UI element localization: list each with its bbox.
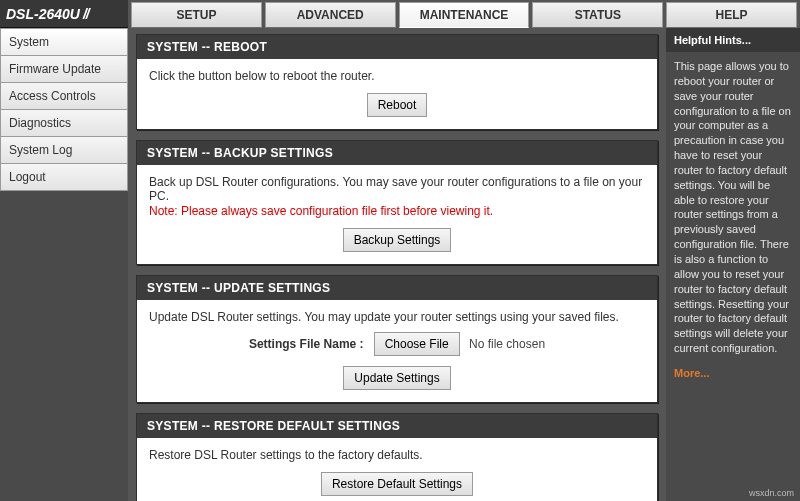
backup-text: Back up DSL Router configurations. You m… — [149, 175, 642, 203]
tab-help[interactable]: HELP — [666, 2, 797, 28]
restore-text: Restore DSL Router settings to the facto… — [149, 448, 645, 462]
card-reboot: SYSTEM -- REBOOT Click the button below … — [136, 34, 658, 130]
restore-default-button[interactable]: Restore Default Settings — [321, 472, 473, 496]
reboot-button[interactable]: Reboot — [367, 93, 428, 117]
sidebar-item-diagnostics[interactable]: Diagnostics — [0, 110, 128, 137]
main-tabs: SETUP ADVANCED MAINTENANCE STATUS HELP — [128, 0, 800, 28]
hints-panel: Helpful Hints... This page allows you to… — [666, 28, 800, 501]
tab-maintenance[interactable]: MAINTENANCE — [399, 2, 530, 28]
reboot-text: Click the button below to reboot the rou… — [149, 69, 645, 83]
card-backup: SYSTEM -- BACKUP SETTINGS Back up DSL Ro… — [136, 140, 658, 265]
sidebar-item-system[interactable]: System — [0, 28, 128, 56]
card-update-title: SYSTEM -- UPDATE SETTINGS — [137, 276, 657, 300]
sidebar-item-firmware-update[interactable]: Firmware Update — [0, 56, 128, 83]
file-chosen-text: No file chosen — [469, 337, 545, 351]
model-slashes: // — [83, 6, 89, 22]
sidebar-item-access-controls[interactable]: Access Controls — [0, 83, 128, 110]
file-label: Settings File Name : — [249, 337, 364, 351]
sidebar-item-logout[interactable]: Logout — [0, 164, 128, 191]
update-settings-button[interactable]: Update Settings — [343, 366, 450, 390]
hints-more-link[interactable]: More... — [674, 366, 709, 381]
backup-button[interactable]: Backup Settings — [343, 228, 452, 252]
model-badge: DSL-2640U // — [0, 0, 128, 28]
tab-setup[interactable]: SETUP — [131, 2, 262, 28]
tab-status[interactable]: STATUS — [532, 2, 663, 28]
model-text: DSL-2640U — [6, 6, 80, 22]
hints-body-text: This page allows you to reboot your rout… — [674, 60, 791, 354]
card-backup-title: SYSTEM -- BACKUP SETTINGS — [137, 141, 657, 165]
card-restore-title: SYSTEM -- RESTORE DEFAULT SETTINGS — [137, 414, 657, 438]
watermark: wsxdn.com — [749, 488, 794, 498]
hints-title: Helpful Hints... — [666, 28, 800, 52]
card-update: SYSTEM -- UPDATE SETTINGS Update DSL Rou… — [136, 275, 658, 403]
card-reboot-title: SYSTEM -- REBOOT — [137, 35, 657, 59]
choose-file-button[interactable]: Choose File — [374, 332, 460, 356]
sidebar-item-system-log[interactable]: System Log — [0, 137, 128, 164]
update-text: Update DSL Router settings. You may upda… — [149, 310, 645, 324]
card-restore: SYSTEM -- RESTORE DEFAULT SETTINGS Resto… — [136, 413, 658, 501]
backup-note: Note: Please always save configuration f… — [149, 204, 645, 218]
sidebar: System Firmware Update Access Controls D… — [0, 28, 128, 501]
main-content: SYSTEM -- REBOOT Click the button below … — [128, 28, 666, 501]
tab-advanced[interactable]: ADVANCED — [265, 2, 396, 28]
